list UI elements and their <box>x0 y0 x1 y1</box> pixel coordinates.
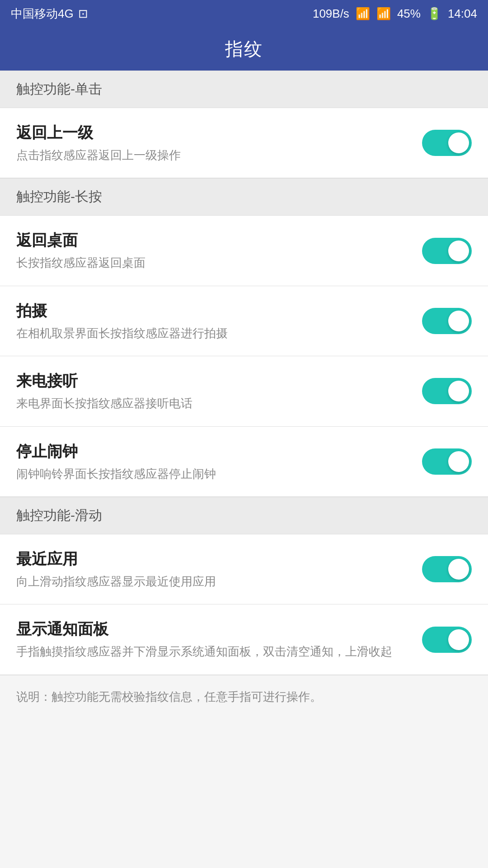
setting-desc-camera-shoot: 在相机取景界面长按指纹感应器进行拍摄 <box>16 325 408 341</box>
setting-desc-back-one-level: 点击指纹感应器返回上一级操作 <box>16 147 408 163</box>
toggle-answer-call[interactable] <box>422 378 472 404</box>
toggle-stop-alarm[interactable] <box>422 448 472 475</box>
status-bar: 中国移动4G ⊡ 109B/s 📶 📶 45% 🔋 14:04 <box>0 0 488 27</box>
toggle-recent-apps[interactable] <box>422 556 472 582</box>
sim-icon: ⊡ <box>78 7 88 21</box>
setting-text-back-one-level: 返回上一级点击指纹感应器返回上一级操作 <box>16 123 422 163</box>
time-text: 14:04 <box>448 7 477 21</box>
speed-text: 109B/s <box>313 7 349 21</box>
setting-title-answer-call: 来电接听 <box>16 371 408 392</box>
status-left: 中国移动4G ⊡ <box>11 6 88 22</box>
setting-text-show-notification: 显示通知面板手指触摸指纹感应器并下滑显示系统通知面板，双击清空通知，上滑收起 <box>16 619 422 660</box>
setting-text-answer-call: 来电接听来电界面长按指纹感应器接听电话 <box>16 371 422 411</box>
setting-text-camera-shoot: 拍摄在相机取景界面长按指纹感应器进行拍摄 <box>16 301 422 341</box>
battery-text: 45% <box>397 7 421 21</box>
setting-text-back-home: 返回桌面长按指纹感应器返回桌面 <box>16 230 422 271</box>
setting-item-stop-alarm: 停止闹钟闹钟响铃界面长按指纹感应器停止闹钟 <box>0 427 488 497</box>
setting-desc-back-home: 长按指纹感应器返回桌面 <box>16 255 408 271</box>
setting-title-back-home: 返回桌面 <box>16 230 408 251</box>
setting-text-stop-alarm: 停止闹钟闹钟响铃界面长按指纹感应器停止闹钟 <box>16 441 422 482</box>
setting-title-back-one-level: 返回上一级 <box>16 123 408 143</box>
section-header-long-press: 触控功能-长按 <box>0 178 488 216</box>
setting-desc-stop-alarm: 闹钟响铃界面长按指纹感应器停止闹钟 <box>16 466 408 482</box>
toggle-back-one-level[interactable] <box>422 130 472 156</box>
setting-desc-show-notification: 手指触摸指纹感应器并下滑显示系统通知面板，双击清空通知，上滑收起 <box>16 643 408 660</box>
signal-icon: 📶 <box>376 7 391 21</box>
footer-text: 说明：触控功能无需校验指纹信息，任意手指可进行操作。 <box>16 690 322 703</box>
setting-item-recent-apps: 最近应用向上滑动指纹感应器显示最近使用应用 <box>0 534 488 604</box>
setting-item-back-home: 返回桌面长按指纹感应器返回桌面 <box>0 216 488 286</box>
section-header-tap: 触控功能-单击 <box>0 71 488 108</box>
setting-title-stop-alarm: 停止闹钟 <box>16 441 408 462</box>
setting-title-recent-apps: 最近应用 <box>16 549 408 570</box>
toggle-back-home[interactable] <box>422 238 472 264</box>
wifi-icon: 📶 <box>356 7 370 21</box>
carrier-text: 中国移动4G <box>11 6 74 22</box>
section-header-swipe: 触控功能-滑动 <box>0 497 488 534</box>
setting-title-camera-shoot: 拍摄 <box>16 301 408 321</box>
page-title: 指纹 <box>225 37 263 61</box>
settings-content: 触控功能-单击返回上一级点击指纹感应器返回上一级操作触控功能-长按返回桌面长按指… <box>0 71 488 675</box>
toggle-camera-shoot[interactable] <box>422 308 472 334</box>
setting-item-camera-shoot: 拍摄在相机取景界面长按指纹感应器进行拍摄 <box>0 286 488 356</box>
battery-icon: 🔋 <box>427 7 441 21</box>
top-bar: 指纹 <box>0 27 488 71</box>
status-right: 109B/s 📶 📶 45% 🔋 14:04 <box>313 7 477 21</box>
setting-desc-recent-apps: 向上滑动指纹感应器显示最近使用应用 <box>16 573 408 590</box>
setting-item-show-notification: 显示通知面板手指触摸指纹感应器并下滑显示系统通知面板，双击清空通知，上滑收起 <box>0 604 488 675</box>
setting-text-recent-apps: 最近应用向上滑动指纹感应器显示最近使用应用 <box>16 549 422 590</box>
setting-item-back-one-level: 返回上一级点击指纹感应器返回上一级操作 <box>0 108 488 178</box>
toggle-show-notification[interactable] <box>422 627 472 653</box>
setting-title-show-notification: 显示通知面板 <box>16 619 408 640</box>
setting-desc-answer-call: 来电界面长按指纹感应器接听电话 <box>16 395 408 411</box>
footer-note: 说明：触控功能无需校验指纹信息，任意手指可进行操作。 <box>0 675 488 718</box>
setting-item-answer-call: 来电接听来电界面长按指纹感应器接听电话 <box>0 356 488 426</box>
